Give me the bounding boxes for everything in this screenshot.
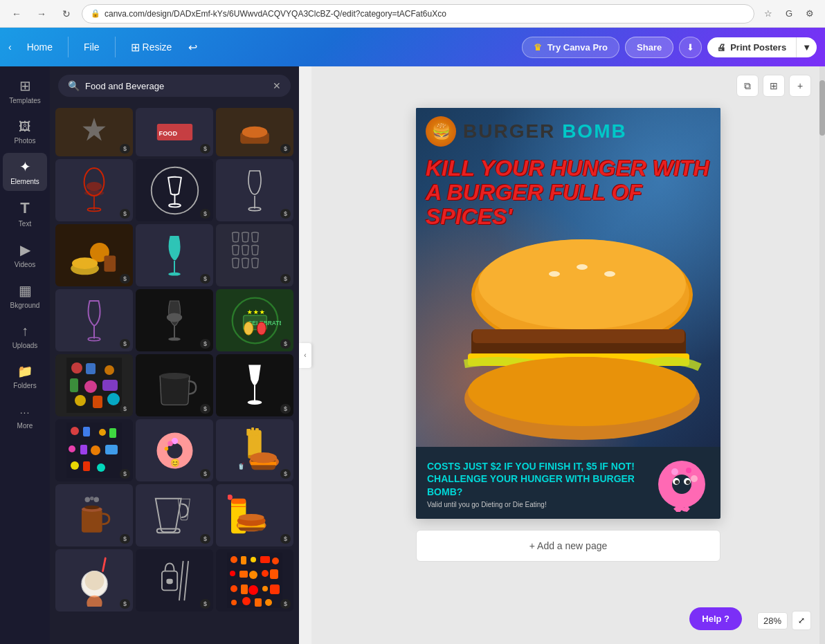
photos-icon	[19, 118, 31, 134]
search-input[interactable]	[85, 81, 267, 91]
element-item-pattern2[interactable]: $	[55, 419, 133, 481]
forward-button[interactable]: →	[32, 4, 51, 24]
element-item-wine-red[interactable]: $	[55, 159, 133, 221]
grid-row-3: $ $ ★ ★ ★ CELEBRATE	[55, 289, 293, 351]
profile-button[interactable]: G	[781, 6, 797, 22]
svg-rect-109	[241, 585, 248, 594]
svg-point-91	[84, 571, 104, 590]
element-item-pattern3[interactable]: $	[216, 549, 293, 611]
element-thumb-svg	[237, 115, 272, 149]
help-button[interactable]: Help ?	[689, 607, 742, 630]
share-button[interactable]: Share	[625, 37, 673, 58]
search-wrapper[interactable]: 🔍 ✕	[58, 75, 291, 97]
poster-bottom-text: COSTS JUST $2 IF YOU FINISH IT, $5 IF NO…	[427, 460, 646, 508]
home-button[interactable]: Home	[20, 37, 60, 57]
canvas-add-button[interactable]: +	[789, 75, 811, 97]
sidebar-item-elements[interactable]: Elements	[3, 153, 47, 191]
svg-point-46	[71, 427, 79, 435]
sidebar-item-folders[interactable]: Folders	[3, 358, 47, 395]
sidebar-item-uploads[interactable]: Uploads	[3, 318, 47, 355]
wine-circle-svg	[149, 165, 201, 217]
element-item-burger-drink[interactable]: $	[216, 484, 293, 546]
svg-point-44	[248, 401, 262, 405]
videos-icon	[20, 241, 30, 258]
element-item-wine-circle[interactable]: $	[136, 159, 213, 221]
svg-point-77	[90, 496, 94, 500]
element-item-celebrate[interactable]: ★ ★ ★ CELEBRATE $	[216, 289, 293, 351]
svg-point-9	[87, 182, 102, 191]
element-item-donut[interactable]: 😊 $	[136, 419, 213, 481]
svg-point-132	[691, 475, 698, 482]
poster[interactable]: 🍔 BURGER BOMB KILL YOUR HUNGER WITH A BU…	[416, 108, 720, 519]
resize-button[interactable]: ⊞ Resize	[124, 37, 179, 58]
wine-glass-red-svg	[80, 163, 108, 218]
canvas-scrollbar[interactable]	[819, 66, 825, 644]
background-icon	[19, 282, 32, 299]
element-item-goblet-white[interactable]: $	[216, 354, 293, 416]
sidebar-item-background[interactable]: Bkground	[3, 277, 47, 315]
print-dropdown-button[interactable]: ▼	[796, 37, 817, 57]
file-button[interactable]: File	[77, 37, 107, 57]
undo-button[interactable]: ↩	[184, 37, 201, 58]
refresh-button[interactable]: ↻	[57, 4, 76, 24]
canvas-clone-button[interactable]: ⊞	[763, 75, 785, 97]
element-item-coffee[interactable]: $	[136, 354, 213, 416]
element-item-coffee-color[interactable]: $	[55, 484, 133, 546]
element-item-fries-burger[interactable]: 🥤 $	[216, 419, 293, 481]
canvas-copy-button[interactable]: ⧉	[736, 75, 759, 97]
more-label: More	[17, 422, 33, 430]
sidebar-item-text[interactable]: Text	[3, 194, 47, 233]
try-pro-button[interactable]: ♛ Try Canva Pro	[522, 37, 619, 58]
paid-badge: $	[200, 274, 210, 284]
element-item-wine-purple[interactable]: $	[55, 289, 133, 351]
bookmark-button[interactable]: ☆	[760, 6, 777, 22]
url-bar[interactable]: 🔒 canva.com/design/DADxEmf-kYs/6UWwvdACQ…	[82, 4, 754, 24]
svg-rect-47	[83, 427, 90, 436]
svg-point-119	[478, 239, 686, 329]
element-item[interactable]: $	[216, 108, 293, 156]
sidebar-item-photos[interactable]: Photos	[3, 113, 47, 150]
zoom-expand-button[interactable]: ⤢	[792, 611, 811, 630]
svg-text:🥤: 🥤	[237, 462, 245, 470]
add-page-button[interactable]: + Add a new page	[416, 530, 720, 562]
element-item[interactable]: $	[55, 108, 133, 156]
element-item-cups-outline[interactable]: $	[136, 484, 213, 546]
element-item-lock-chopsticks[interactable]: $	[136, 549, 213, 611]
zoom-level: 28%	[757, 612, 788, 629]
element-item-pattern[interactable]: $	[55, 354, 133, 416]
paid-badge: $	[280, 209, 291, 219]
download-button[interactable]: ⬇	[679, 37, 702, 58]
back-button[interactable]: ←	[7, 4, 26, 24]
paid-badge: $	[200, 209, 210, 219]
sidebar-item-videos[interactable]: Videos	[3, 236, 47, 274]
svg-rect-104	[239, 571, 248, 578]
extensions-button[interactable]: ⚙	[801, 6, 818, 22]
clear-search-button[interactable]: ✕	[273, 80, 281, 91]
wine-outline-svg	[241, 163, 269, 218]
element-item-glasses-grid[interactable]: $	[216, 224, 293, 286]
element-item[interactable]: FOOD $	[136, 108, 213, 156]
wine-filled-svg	[161, 293, 188, 348]
element-item-cup-straw[interactable]: $	[55, 549, 133, 611]
svg-rect-36	[70, 378, 78, 392]
element-item-food-pile[interactable]: $	[55, 224, 133, 286]
fries-burger-svg: 🥤	[228, 427, 282, 474]
sidebar-item-more[interactable]: More	[3, 398, 47, 435]
svg-point-76	[84, 497, 89, 502]
svg-rect-81	[231, 499, 246, 504]
paid-badge: $	[280, 534, 291, 544]
coffee-color-svg	[72, 493, 117, 538]
paid-badge: $	[280, 599, 291, 609]
print-icon: 🖨	[717, 42, 726, 53]
svg-point-50	[69, 445, 75, 452]
folders-icon	[17, 363, 33, 379]
collapse-panel-button[interactable]: ‹	[299, 343, 311, 368]
print-button[interactable]: 🖨 Print Posters	[707, 37, 796, 57]
sidebar-item-templates[interactable]: Templates	[3, 72, 47, 110]
element-item-wine-teal[interactable]: $	[136, 224, 213, 286]
element-item-wine-filled[interactable]: $	[136, 289, 213, 351]
paid-badge: $	[280, 144, 291, 154]
paid-badge: $	[280, 469, 291, 479]
svg-point-102	[272, 558, 279, 564]
element-item-wine-outline[interactable]: $	[216, 159, 293, 221]
